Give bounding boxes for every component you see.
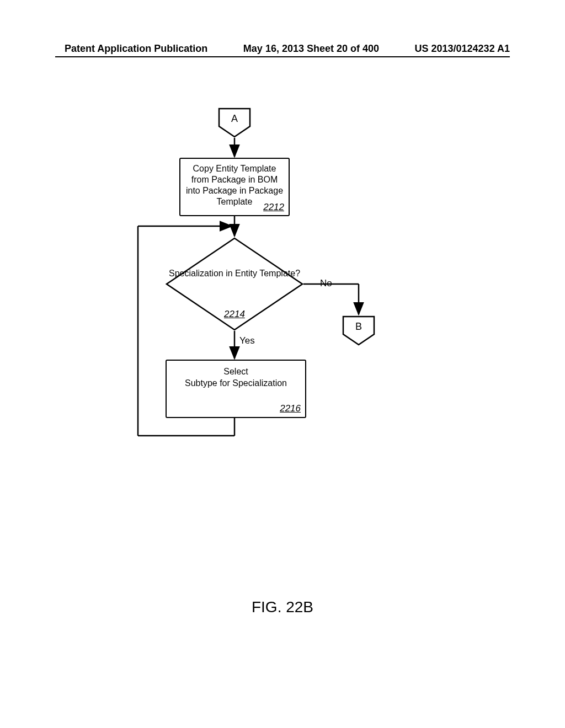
page-header: Patent Application Publication May 16, 2… [0, 43, 565, 55]
process-2212-text: Copy Entity Template from Package in BOM… [186, 164, 283, 206]
decision-yes-label: Yes [239, 335, 255, 346]
flowchart-canvas: A Copy Entity Template from Package in B… [0, 105, 565, 546]
figure-label: FIG. 22B [0, 598, 565, 616]
header-right: US 2013/0124232 A1 [415, 43, 510, 55]
header-center: May 16, 2013 Sheet 20 of 400 [243, 43, 379, 55]
process-copy-entity-template: Copy Entity Template from Package in BOM… [179, 158, 290, 216]
process-select-subtype: Select Subtype for Specialization 2216 [166, 360, 306, 418]
ref-2212: 2212 [263, 201, 284, 213]
process-2216-line2: Subtype for Specialization [185, 378, 287, 388]
decision-no-label: No [320, 278, 332, 289]
ref-2216: 2216 [280, 403, 301, 415]
process-2216-line1: Select [223, 367, 248, 376]
header-rule [55, 56, 510, 57]
connector-a-label: A [218, 113, 251, 125]
ref-2214: 2214 [166, 309, 303, 320]
header-left: Patent Application Publication [65, 43, 207, 55]
decision-2214-text: Specialization in Entity Template? [166, 268, 303, 279]
connector-b-label: B [342, 321, 375, 333]
